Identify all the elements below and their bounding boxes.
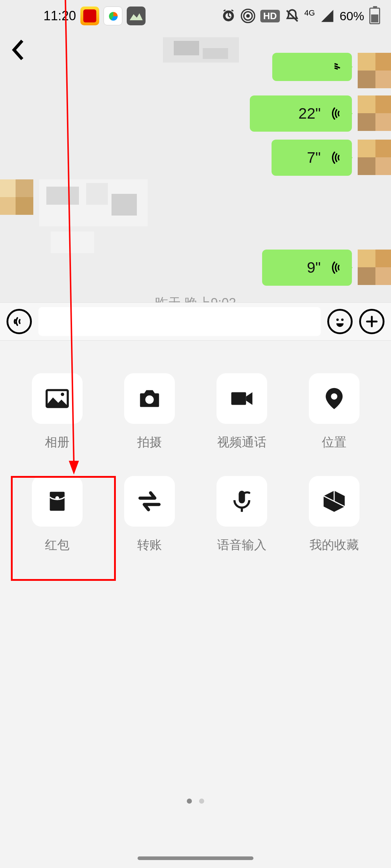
svg-rect-10 [50,492,64,511]
attach-video-call[interactable]: 视频通话 [196,373,288,451]
voice-duration: 7" [307,149,321,166]
page-dot [199,799,204,804]
hotspot-icon [241,9,255,23]
page-indicator [0,799,391,804]
attach-label: 拍摄 [137,434,162,451]
voice-wave-icon [328,107,341,120]
mute-icon [285,9,299,23]
network-type: 4G [304,8,315,18]
location-pin-icon [321,386,347,411]
video-icon [229,386,255,411]
my-avatar[interactable] [358,140,391,175]
svg-point-11 [55,496,59,500]
my-avatar[interactable] [358,250,391,285]
attach-transfer[interactable]: 转账 [103,476,196,553]
attach-camera[interactable]: 拍摄 [103,373,196,451]
status-bar: 11:20 HD 4G 60% [0,0,391,32]
svg-rect-8 [231,392,246,405]
emoji-button[interactable] [327,309,353,334]
page-dot-active [187,799,192,804]
gallery-app-icon [127,7,146,25]
my-avatar[interactable] [358,53,391,88]
status-time: 11:20 [43,8,76,24]
signal-icon [320,9,335,23]
svg-point-3 [336,319,339,321]
voice-message-out[interactable] [272,53,352,81]
attach-album[interactable]: 相册 [11,373,103,451]
chat-area[interactable]: 22" 7" 9" 昨天 晚上9:02 [0,58,391,305]
svg-point-9 [331,393,337,400]
attach-red-packet[interactable]: 红包 [11,476,103,553]
my-avatar[interactable] [358,95,391,131]
cube-icon [321,489,347,514]
battery-percent: 60% [340,9,364,23]
alarm-icon [221,9,236,23]
image-icon [45,386,70,411]
camera-icon [137,386,162,411]
voice-wave-icon [328,151,341,164]
more-button[interactable] [359,309,384,334]
message-text-input[interactable] [38,307,321,336]
attach-voice-input[interactable]: 语音输入 [196,476,288,553]
attach-favorites[interactable]: 我的收藏 [288,476,380,553]
svg-point-7 [145,395,154,404]
attach-label: 转账 [137,537,162,553]
voice-message-out[interactable]: 7" [272,140,352,176]
voice-duration: 22" [298,105,321,122]
svg-point-4 [341,319,344,321]
svg-point-0 [246,14,250,18]
contact-avatar[interactable] [0,179,33,215]
voice-wave-icon [328,60,341,73]
voice-wave-icon [328,261,341,274]
message-input-bar [0,302,391,341]
microphone-icon [229,489,255,514]
attach-label: 相册 [45,434,70,451]
voice-message-out[interactable]: 22" [250,95,352,132]
tencent-video-app-icon [104,7,122,25]
attach-label: 位置 [322,434,346,451]
attach-location[interactable]: 位置 [288,373,380,451]
hd-badge: HD [260,10,280,22]
battery-icon [369,8,380,24]
attachment-panel: 相册 拍摄 视频通话 位置 红包 转账 语音输入 我的收藏 [0,341,391,868]
voice-message-out[interactable]: 9" [262,250,352,286]
incoming-message-redacted[interactable] [39,179,148,226]
back-button[interactable] [7,39,29,61]
home-indicator[interactable] [138,856,253,860]
voice-input-toggle[interactable] [7,309,32,334]
attach-label: 我的收藏 [310,537,359,553]
red-packet-icon [45,489,70,514]
weibo-app-icon [80,7,99,25]
svg-point-6 [60,393,64,396]
incoming-message-redacted[interactable] [51,231,94,253]
transfer-icon [137,489,162,514]
attach-label: 红包 [45,537,70,553]
voice-duration: 9" [307,259,321,276]
attach-label: 视频通话 [217,434,266,451]
attach-label: 语音输入 [217,537,266,553]
